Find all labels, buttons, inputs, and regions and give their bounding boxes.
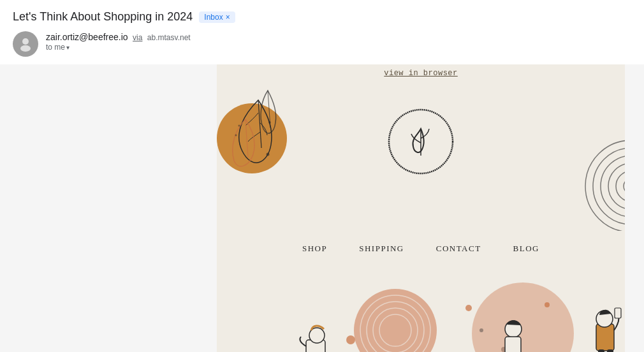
sender-name-line: zair.ortiz@beefree.io via ab.mtasv.net: [46, 31, 631, 43]
svg-point-18: [346, 335, 355, 344]
svg-point-0: [22, 38, 29, 45]
svg-rect-33: [607, 349, 613, 352]
bottom-illustration: [217, 267, 625, 352]
nav-shop[interactable]: SHOP: [302, 244, 327, 254]
svg-point-3: [235, 135, 237, 136]
sender-email: zair.ortiz@beefree.io: [46, 32, 128, 42]
brand-logo: [383, 103, 459, 180]
svg-point-12: [624, 179, 625, 194]
svg-rect-31: [615, 308, 621, 318]
inbox-badge[interactable]: Inbox ×: [199, 11, 235, 23]
email-content: view in browser: [217, 57, 625, 352]
decorative-area: [217, 84, 625, 231]
svg-point-22: [545, 302, 550, 307]
avatar: [13, 31, 38, 57]
nav-shipping[interactable]: SHIPPING: [359, 244, 404, 254]
email-subject: Let's Think About Shopping in 2024: [13, 10, 193, 24]
nav-bar: SHOP SHIPPING CONTACT BLOG: [217, 231, 625, 267]
to-me-dropdown[interactable]: to me ▾: [46, 43, 631, 52]
leaf-decoration: [220, 87, 293, 195]
nav-contact[interactable]: CONTACT: [436, 244, 481, 254]
view-in-browser-bar: view in browser: [217, 57, 625, 84]
svg-point-7: [585, 140, 625, 231]
svg-point-19: [465, 305, 472, 311]
svg-point-8: [593, 148, 625, 224]
email-header: Let's Think About Shopping in 2024 Inbox…: [0, 0, 644, 64]
svg-point-2: [267, 153, 270, 156]
to-me-label: to me: [46, 43, 65, 52]
nav-blog[interactable]: BLOG: [513, 244, 539, 254]
svg-rect-36: [505, 337, 521, 352]
svg-point-9: [601, 156, 625, 217]
svg-point-1: [20, 45, 31, 52]
svg-point-13: [354, 289, 437, 352]
svg-point-10: [608, 163, 625, 209]
svg-point-21: [472, 282, 574, 352]
view-in-browser-link[interactable]: view in browser: [384, 69, 458, 78]
svg-rect-32: [598, 349, 604, 352]
svg-point-23: [479, 328, 483, 332]
sender-via: via: [133, 33, 142, 42]
svg-point-4: [238, 125, 240, 127]
badge-close-button[interactable]: ×: [226, 13, 230, 22]
svg-rect-29: [596, 324, 614, 351]
illustration-area: [217, 267, 625, 352]
sender-domain: ab.mtasv.net: [147, 33, 191, 42]
sender-info: zair.ortiz@beefree.io via ab.mtasv.net t…: [46, 31, 631, 52]
chevron-down-icon: ▾: [66, 44, 70, 51]
subject-line: Let's Think About Shopping in 2024 Inbox…: [13, 10, 631, 24]
concentric-circles-decoration: [580, 135, 625, 231]
badge-label: Inbox: [204, 13, 223, 22]
